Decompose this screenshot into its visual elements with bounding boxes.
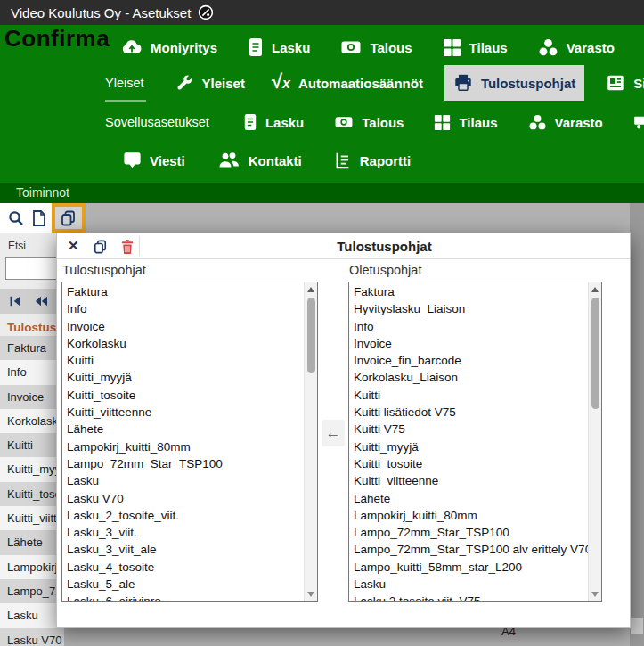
page-scrollbar[interactable]: [630, 203, 644, 646]
scroll-down-icon[interactable]: [591, 592, 599, 597]
list-item[interactable]: Kuitti_tosoite: [349, 455, 588, 472]
nav-item-talous-settings[interactable]: Talous: [329, 109, 409, 135]
list-item[interactable]: Lasku 2 tosoite viit. V75: [349, 593, 588, 602]
list-item[interactable]: Lähete: [349, 490, 588, 507]
list-item[interactable]: Info: [349, 318, 588, 335]
scroll-up-icon[interactable]: [307, 287, 314, 292]
templates-side-panel: Etsi Tulostuspohjat FakturaInfoInvoiceKo…: [0, 233, 64, 646]
copy-icon[interactable]: [94, 240, 107, 253]
printer-icon: [453, 73, 473, 93]
table-row[interactable]: Invoice: [0, 385, 64, 409]
nav-item-raportti[interactable]: Raportti: [329, 146, 417, 175]
table-row[interactable]: Lähete: [0, 530, 64, 554]
first-page-icon[interactable]: [9, 295, 21, 307]
list-item[interactable]: Kuitti: [62, 352, 304, 369]
list-item[interactable]: Lähete: [62, 421, 304, 437]
nav-item-moniyritys[interactable]: Moniyritys: [116, 33, 223, 61]
search-field-label: Etsi: [8, 240, 26, 252]
list-item[interactable]: Faktura: [349, 283, 588, 300]
nav-item-tilaus-settings[interactable]: Tilaus: [428, 109, 502, 136]
nav-item-lasku[interactable]: Lasku: [242, 32, 315, 62]
list-item[interactable]: Lampo_72mm_Star_TSP100: [62, 455, 304, 472]
nav-label: Tilaus: [469, 40, 508, 55]
nav-item-sivuston-asetukset[interactable]: Sivuston asetukset: [600, 68, 644, 98]
list-item[interactable]: Lampokirj_kuitti_80mm: [349, 507, 588, 524]
nav-item-rahti-settings[interactable]: Rahti: [628, 109, 644, 135]
list-item[interactable]: Faktura: [62, 283, 304, 300]
list-item[interactable]: Kuitti_myyjä: [62, 369, 304, 386]
templates-listbox[interactable]: FakturaInfoInvoiceKorkolaskuKuittiKuitti…: [61, 282, 318, 602]
nav-item-lasku-settings[interactable]: Lasku: [238, 108, 309, 136]
defaults-listbox[interactable]: FakturaHyvityslasku_LiaisonInfoInvoiceIn…: [348, 282, 602, 602]
scroll-up-icon[interactable]: [591, 287, 599, 292]
nav-item-automaatiosaannot[interactable]: √x Automaatiosäännöt: [266, 68, 428, 98]
table-row[interactable]: Korkolasku: [0, 409, 64, 433]
list-item[interactable]: Invoice: [62, 318, 304, 335]
list-item[interactable]: Invoice_fin_barcode: [349, 352, 588, 369]
nav-label: Lasku: [265, 115, 304, 130]
move-left-button[interactable]: ←: [322, 420, 345, 446]
list-item[interactable]: Hyvityslasku_Liaison: [349, 300, 588, 317]
help-globe-icon[interactable]: [198, 4, 214, 20]
list-item[interactable]: Lasku: [349, 576, 588, 593]
table-row[interactable]: Kuitti: [0, 433, 64, 457]
nav-item-yleiset-settings[interactable]: Yleiset: [169, 68, 250, 98]
new-document-icon[interactable]: [32, 210, 48, 226]
list-item[interactable]: Lasku V70: [62, 490, 304, 507]
scrollbar-thumb[interactable]: [591, 298, 599, 409]
list-item[interactable]: Korkolasku: [62, 335, 304, 352]
list-item[interactable]: Lasku_2_tosoite_viit.: [62, 507, 304, 524]
list-item[interactable]: Lasku_6_eirivinro: [62, 593, 304, 602]
nav-item-talous[interactable]: Talous: [335, 33, 417, 61]
scrollbar-thumb[interactable]: [307, 298, 315, 373]
list-item[interactable]: Lampo_kuitti_58mm_star_L200: [349, 559, 588, 576]
table-row[interactable]: Kuitti_tosoite: [0, 482, 64, 506]
nav-item-varasto[interactable]: Varasto: [533, 33, 620, 62]
listbox-scrollbar[interactable]: [588, 282, 601, 601]
close-icon[interactable]: ✕: [68, 238, 79, 254]
site-settings-icon: [606, 73, 625, 93]
nav-item-rahti[interactable]: Rahti: [640, 33, 644, 61]
page-scrollbar-thumb[interactable]: [631, 618, 643, 634]
previous-page-icon[interactable]: [34, 295, 46, 307]
list-item[interactable]: Kuitti V75: [349, 421, 588, 437]
list-item[interactable]: Kuitti_myyjä: [349, 438, 588, 455]
list-item[interactable]: Invoice: [349, 335, 588, 352]
list-item[interactable]: Kuitti: [349, 387, 588, 404]
table-row[interactable]: Faktura: [0, 336, 64, 360]
table-row[interactable]: Kuitti_viitteenne: [0, 506, 64, 530]
nav-item-varasto-settings[interactable]: Varasto: [523, 109, 608, 136]
table-row[interactable]: Lasku V70: [0, 628, 64, 646]
list-item[interactable]: Kuitti_viitteenne: [349, 472, 588, 489]
list-item[interactable]: Kuitti lisätiedot V75: [349, 404, 588, 421]
list-item[interactable]: Lampo_72mm_Star_TSP100 alv erittely V70: [349, 541, 588, 558]
nav-item-tulostuspohjat[interactable]: Tulostuspohjat: [444, 65, 584, 101]
list-item[interactable]: Lampokirj_kuitti_80mm: [62, 438, 304, 455]
listbox-scrollbar[interactable]: [304, 282, 317, 601]
list-item[interactable]: Lasku_4_tosoite: [62, 559, 304, 576]
table-row[interactable]: Info: [0, 360, 64, 384]
list-item[interactable]: Info: [62, 300, 304, 317]
list-item[interactable]: Lasku_3_viit.: [62, 524, 304, 541]
table-row[interactable]: Kuitti_myyjä: [0, 457, 64, 481]
table-row[interactable]: Lampokirj_kuitti_80mm: [0, 555, 64, 579]
list-item[interactable]: Lasku_5_ale: [62, 576, 304, 593]
list-item[interactable]: Kuitti_tosoite: [62, 387, 304, 404]
copy-icon[interactable]: [61, 210, 77, 226]
contacts-icon: [217, 151, 240, 169]
table-row[interactable]: Lasku: [0, 603, 64, 627]
list-item[interactable]: Lasku_3_viit_ale: [62, 541, 304, 558]
nav-item-viesti[interactable]: Viesti: [118, 146, 191, 175]
delete-trash-icon[interactable]: [121, 240, 135, 253]
nav-item-kontakti[interactable]: Kontakti: [212, 146, 307, 175]
list-item[interactable]: Lampo_72mm_Star_TSP100: [349, 524, 588, 541]
nav-label: Varasto: [567, 40, 615, 55]
list-item[interactable]: Kuitti_viitteenne: [62, 404, 304, 421]
scroll-down-icon[interactable]: [307, 592, 314, 597]
templates-table: FakturaInfoInvoiceKorkolaskuKuittiKuitti…: [0, 336, 64, 646]
nav-item-tilaus[interactable]: Tilaus: [437, 33, 513, 62]
table-row[interactable]: Lampo_72mm_Star_TSP100: [0, 579, 64, 603]
list-item[interactable]: Lasku: [62, 472, 304, 489]
list-item[interactable]: Korkolasku_Liaison: [349, 369, 588, 386]
search-icon[interactable]: [8, 210, 24, 226]
